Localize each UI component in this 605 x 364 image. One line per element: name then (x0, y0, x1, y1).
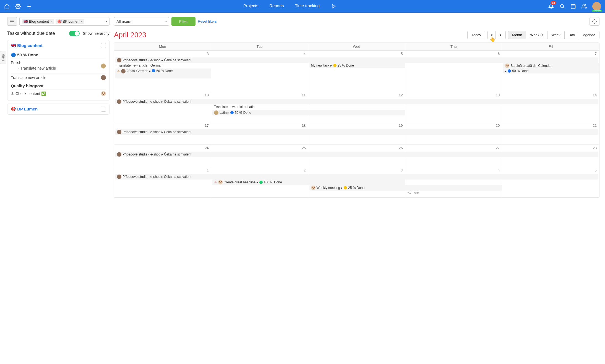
settings-gear-icon[interactable] (15, 3, 21, 9)
event-text: Sarcină creată din Calendar (510, 64, 552, 68)
svg-point-4 (594, 21, 595, 22)
today-button[interactable]: Today (467, 31, 485, 39)
home-icon[interactable] (4, 3, 10, 9)
project-filter-select[interactable]: 🇬🇧 Blog content × 🎯 BP Lumen × ▾ (19, 17, 109, 26)
filter-chip-bplumen: 🎯 BP Lumen × (56, 19, 84, 24)
event-text: Případové studie - e-shop ▸ Čeká na schv… (122, 152, 191, 156)
nav-button-group: < 👆 > (487, 31, 506, 39)
event-bar[interactable]: Translate new article › German (115, 63, 211, 68)
cell-date: 18 (302, 123, 306, 128)
event-bar[interactable]: ⚠08:30German ▸50 % Done (115, 68, 211, 78)
calendar-cell[interactable]: 10 (114, 92, 211, 122)
plus-icon[interactable] (26, 3, 32, 9)
calendar-cell[interactable]: 4 (211, 51, 308, 92)
prev-button[interactable]: < 👆 (487, 31, 496, 39)
svg-marker-1 (332, 4, 335, 8)
bell-icon[interactable]: 18 (548, 3, 554, 9)
status-dot-icon (152, 69, 155, 72)
calendar-week: 34567Případové studie - e-shop ▸ Čeká na… (114, 51, 599, 92)
day-header: Mon (114, 43, 211, 50)
cell-date: 1 (207, 168, 209, 172)
calendar-cell[interactable]: 14 (502, 92, 599, 122)
event-status: 50 % Done (512, 69, 528, 73)
status-dot-icon (344, 186, 347, 189)
cell-date: 20 (496, 123, 500, 128)
filter-button[interactable]: Filter (171, 17, 195, 26)
view-button-month[interactable]: Month (508, 31, 526, 39)
cell-date: 5 (595, 168, 597, 172)
task-label: ⚠ Check content ✅ (11, 91, 101, 96)
nav-time-tracking[interactable]: Time tracking (295, 3, 320, 9)
search-icon[interactable] (559, 3, 565, 9)
event-bar[interactable]: Případové studie - e-shop ▸ Čeká na schv… (115, 99, 598, 104)
calendar-month-label: April 2023 (114, 31, 146, 39)
view-button-week[interactable]: Week ⊙ (526, 31, 547, 39)
event-bar[interactable]: ▸50 % Done (503, 68, 599, 73)
more-link[interactable]: +1 more (405, 190, 421, 195)
cell-date: 5 (401, 52, 403, 56)
user-avatar[interactable]: BUSINESS (592, 2, 601, 11)
next-button[interactable]: > (496, 31, 506, 39)
group-header[interactable]: 🎯 BP Lumen (7, 104, 109, 114)
show-hierarchy-toggle[interactable] (69, 31, 80, 36)
event-bar[interactable]: Latin ▸50 % Done (212, 110, 405, 115)
event-avatar (121, 69, 126, 73)
event-bar[interactable]: ⚠🐶Create great headline ▸100 % Done (212, 180, 405, 185)
calendar-cell[interactable]: 6 (405, 51, 502, 92)
calendar-grid: MonTueWedThuFri 34567Případové studie - … (114, 43, 599, 198)
users-icon[interactable] (581, 3, 587, 9)
event-status: 50 % Done (235, 111, 251, 115)
event-text: My new task ▸ (311, 64, 332, 67)
event-bar[interactable]: Případové studie - e-shop ▸ Čeká na schv… (115, 129, 598, 135)
event-bar[interactable]: Případové studie - e-shop ▸ Čeká na schv… (115, 57, 598, 63)
event-status: 100 % Done (264, 180, 282, 184)
notification-badge: 18 (551, 1, 556, 5)
view-button-day[interactable]: Day (564, 31, 579, 39)
section-heading: 🔵 50 % Done (11, 51, 106, 59)
calendar-cell[interactable]: 5 (502, 167, 599, 197)
business-badge: BUSINESS (592, 10, 602, 12)
settings-button[interactable] (590, 17, 599, 26)
event-bar[interactable]: My new task ▸25 % Done (309, 63, 405, 68)
event-bar[interactable]: Případové studie - e-shop ▸ Čeká na schv… (115, 174, 598, 180)
event-bar[interactable]: Translate new article › Latin (212, 104, 405, 109)
cell-date: 13 (496, 93, 500, 97)
event-bar[interactable]: Případové studie - e-shop ▸ Čeká na schv… (115, 152, 598, 157)
cell-date: 6 (498, 52, 500, 56)
task-row[interactable]: Translate new article (11, 73, 106, 82)
event-bar[interactable]: 🐶Weekly meeting ▸25 % Done (309, 185, 502, 191)
play-icon[interactable] (331, 3, 337, 9)
view-button-agenda[interactable]: Agenda (579, 31, 599, 39)
calendar-cell[interactable]: 13 (405, 92, 502, 122)
event-status: 50 % Done (156, 69, 173, 73)
cell-date: 2 (304, 168, 306, 172)
group-checkbox[interactable] (101, 107, 106, 112)
users-filter-select[interactable]: All users ▾ (114, 17, 169, 26)
calendar-week: 12345Případové studie - e-shop ▸ Čeká na… (114, 167, 599, 197)
view-button-week[interactable]: Week (547, 31, 564, 39)
help-tab[interactable]: Help (0, 51, 6, 64)
group-checkbox[interactable] (101, 43, 106, 48)
warning-icon: ⚠ (117, 69, 120, 73)
chevron-down-icon: ▾ (106, 20, 107, 23)
nav-projects[interactable]: Projects (243, 3, 258, 9)
task-row[interactable]: ⚠ Check content ✅🐶 (11, 89, 106, 98)
calendar-cell[interactable]: 5 (308, 51, 405, 92)
group-header[interactable]: 🇬🇧 Blog content (7, 40, 109, 51)
chip-remove-icon[interactable]: × (80, 19, 83, 24)
cell-date: 10 (205, 93, 208, 97)
chip-remove-icon[interactable]: × (50, 19, 52, 24)
reset-filters-link[interactable]: Reset filters (198, 19, 217, 23)
event-avatar (117, 99, 121, 104)
calendar-cell[interactable]: 1 (114, 167, 211, 197)
calendar-icon[interactable] (570, 3, 576, 9)
hamburger-button[interactable] (7, 17, 17, 26)
status-dot-icon (259, 181, 263, 184)
cell-date: 19 (399, 123, 403, 128)
task-row[interactable]: Polish›Translate new article (11, 59, 106, 73)
cell-date: 26 (399, 146, 403, 150)
event-bar[interactable]: 🐶Sarcină creată din Calendar (503, 63, 599, 68)
event-time: 08:30 (127, 69, 135, 73)
sidebar-title: Tasks without due date (7, 31, 55, 36)
nav-reports[interactable]: Reports (269, 3, 284, 9)
